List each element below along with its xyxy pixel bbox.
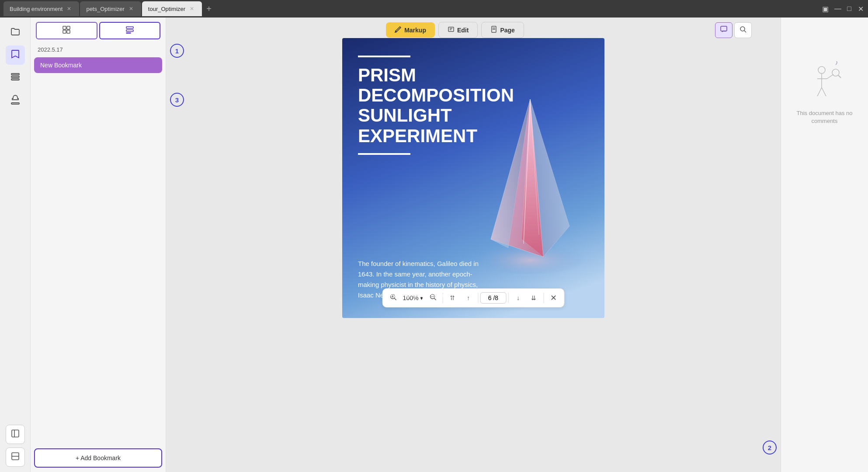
zoom-divider-3 <box>508 293 508 303</box>
annotation-col-right: 2 <box>759 17 781 472</box>
tab-pets-close[interactable]: ✕ <box>127 5 135 13</box>
bookmark-date: 2022.5.17 <box>31 44 166 56</box>
page-button[interactable]: Page <box>481 22 524 38</box>
markup-icon <box>395 26 402 34</box>
viewer-toolbar-right <box>715 22 752 38</box>
tab-building[interactable]: Building environment ✕ <box>3 1 79 16</box>
tab-pets-label: pets_Optimizer <box>86 6 124 12</box>
panel-expand-button[interactable] <box>6 448 25 467</box>
folder-icon <box>10 26 21 39</box>
svg-rect-9 <box>67 26 70 29</box>
add-bookmark-button[interactable]: + Add Bookmark <box>34 448 162 468</box>
grid-view-icon <box>62 25 71 36</box>
page-body-text: The founder of kinematics, Galileo died … <box>358 259 480 301</box>
page-title-line-bottom <box>358 153 410 155</box>
svg-line-41 <box>817 87 822 96</box>
svg-rect-0 <box>11 73 19 75</box>
svg-line-45 <box>838 75 841 78</box>
svg-rect-12 <box>126 27 133 28</box>
svg-rect-10 <box>63 30 66 33</box>
search-toolbar-button[interactable] <box>734 22 752 38</box>
folder-icon-button[interactable] <box>6 23 25 42</box>
comment-toolbar-button[interactable] <box>715 22 733 38</box>
tabs-container: Building environment ✕ pets_Optimizer ✕ … <box>3 1 817 16</box>
tab-pets[interactable]: pets_Optimizer ✕ <box>80 1 141 16</box>
page-label: Page <box>500 27 514 34</box>
list-view-icon <box>125 25 134 36</box>
annotation-circle-1: 1 <box>170 44 184 58</box>
page-last-button[interactable]: ⇊ <box>526 290 542 306</box>
bookmark-item[interactable]: New Bookmark <box>34 57 162 73</box>
svg-line-43 <box>827 74 833 79</box>
tab-building-close[interactable]: ✕ <box>65 5 73 13</box>
page-title-line-top <box>358 56 410 57</box>
main-layout: 2022.5.17 New Bookmark + Add Bookmark 1 … <box>0 17 868 472</box>
sidebar-toggle-icon[interactable]: ▣ <box>819 3 832 15</box>
page-next-icon: ↓ <box>517 294 520 301</box>
no-comments-figure <box>805 61 844 105</box>
svg-rect-15 <box>448 27 454 31</box>
svg-point-38 <box>818 66 825 73</box>
tab-tour[interactable]: tour_Optimizer ✕ <box>142 1 202 16</box>
annotation-circle-3: 3 <box>170 93 184 107</box>
annotations-col: 1 3 <box>166 17 188 472</box>
svg-point-44 <box>832 69 839 76</box>
tab-tour-label: tour_Optimizer <box>148 6 185 12</box>
icon-bar <box>0 17 31 472</box>
viewer-area: Markup Edit <box>188 17 759 472</box>
svg-rect-14 <box>126 33 131 33</box>
svg-rect-21 <box>721 26 727 31</box>
minimize-button[interactable]: — <box>834 5 842 13</box>
window-controls: — □ ✕ <box>834 5 865 13</box>
svg-rect-11 <box>67 30 70 33</box>
edit-icon <box>448 26 455 34</box>
svg-line-23 <box>744 31 746 32</box>
tab-tour-close[interactable]: ✕ <box>188 5 196 13</box>
no-comments-illustration: This document has no comments <box>785 61 864 125</box>
right-panel: This document has no comments <box>781 17 868 472</box>
svg-rect-3 <box>11 103 19 104</box>
markup-label: Markup <box>404 27 426 34</box>
comment-icon <box>720 25 728 35</box>
stamp-icon-button[interactable] <box>6 91 25 110</box>
edit-label: Edit <box>457 27 469 34</box>
panel-expand-icon <box>11 452 20 463</box>
svg-rect-13 <box>126 30 133 31</box>
maximize-button[interactable]: □ <box>845 5 853 13</box>
bookmark-icon-button[interactable] <box>6 45 25 65</box>
svg-rect-2 <box>11 79 19 80</box>
annotation-circle-2: 2 <box>763 441 777 455</box>
page-next-button[interactable]: ↓ <box>510 290 526 306</box>
markup-button[interactable]: Markup <box>386 22 435 38</box>
svg-rect-8 <box>63 26 66 29</box>
close-button[interactable]: ✕ <box>857 5 865 13</box>
viewer-toolbar-center: Markup Edit <box>195 22 715 38</box>
page-heading: PRISM DECOMPOSITION SUNLIGHT EXPERIMENT <box>358 65 498 146</box>
page-number-input[interactable] <box>480 292 506 304</box>
svg-point-22 <box>740 27 745 31</box>
list-icon <box>10 72 21 84</box>
zoom-close-button[interactable]: ✕ <box>545 290 561 306</box>
viewer-top-toolbar: Markup Edit <box>188 17 759 38</box>
zoom-close-icon: ✕ <box>550 293 557 303</box>
edit-button[interactable]: Edit <box>438 22 478 38</box>
page-content: PRISM DECOMPOSITION SUNLIGHT EXPERIMENT … <box>342 38 604 318</box>
add-tab-button[interactable]: + <box>203 3 215 15</box>
grid-view-button[interactable] <box>36 22 97 39</box>
page-display: PRISM DECOMPOSITION SUNLIGHT EXPERIMENT … <box>333 38 613 472</box>
view-toggle <box>31 17 166 44</box>
page-wrapper: PRISM DECOMPOSITION SUNLIGHT EXPERIMENT … <box>342 38 604 318</box>
bookmark-icon <box>10 49 21 62</box>
stamp-icon <box>10 94 21 107</box>
no-comments-text: This document has no comments <box>785 109 864 125</box>
page-icon <box>490 26 497 34</box>
list-icon-button[interactable] <box>6 68 25 87</box>
search-icon <box>739 25 747 35</box>
titlebar: Building environment ✕ pets_Optimizer ✕ … <box>0 0 868 17</box>
svg-line-42 <box>822 87 826 96</box>
tab-building-label: Building environment <box>10 6 62 12</box>
page-last-icon: ⇊ <box>531 294 536 301</box>
sidebar-toggle-bottom[interactable] <box>6 425 25 444</box>
list-view-button[interactable] <box>99 22 161 39</box>
svg-rect-1 <box>11 76 19 77</box>
